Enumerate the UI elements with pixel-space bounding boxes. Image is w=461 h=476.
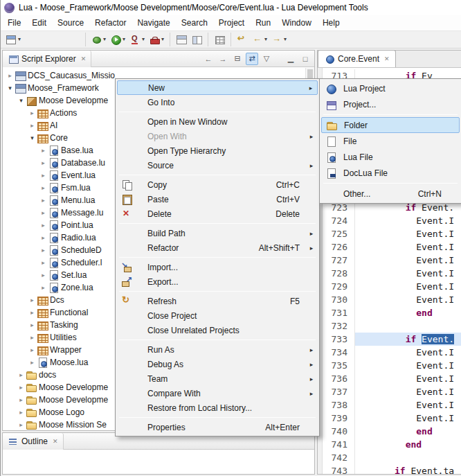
close-project-menu-item[interactable]: Close Project [117, 308, 318, 323]
expander-icon[interactable]: ▸ [28, 309, 37, 316]
team-menu-item[interactable]: Team▸ [117, 371, 318, 386]
open-perspective-button[interactable] [174, 32, 189, 47]
menubar-item-project[interactable]: Project [213, 16, 250, 30]
menubar-item-window[interactable]: Window [276, 16, 317, 30]
open-type-hierarchy-menu-item[interactable]: Open Type Hierarchy [117, 143, 318, 158]
go-into-menu-item[interactable]: Go Into [117, 95, 318, 109]
run-as-menu-item[interactable]: Run As▸ [117, 342, 318, 357]
expander-icon[interactable]: ▸ [39, 234, 48, 241]
paste-menu-item[interactable]: PasteCtrl+V [117, 192, 318, 206]
line-number: 737 [323, 385, 355, 398]
source-menu-item[interactable]: Source▸ [117, 158, 318, 173]
minimize-view-button[interactable]: ▁ [284, 53, 297, 65]
expander-icon[interactable]: ▸ [17, 421, 26, 428]
outline-tab[interactable]: Outline ✕ [3, 433, 64, 450]
forward-button[interactable]: ▾ [269, 32, 289, 47]
debug-button[interactable]: ▾ [89, 32, 108, 47]
menu-item-label: Open Type Hierarchy [147, 146, 300, 156]
menubar-item-navigate[interactable]: Navigate [132, 16, 175, 30]
close-icon[interactable]: ✕ [53, 438, 58, 445]
export-menu-item[interactable]: Export... [117, 274, 318, 289]
menubar-item-search[interactable]: Search [176, 16, 213, 30]
expander-icon[interactable]: ▸ [39, 172, 48, 179]
open-in-new-window-menu-item[interactable]: Open in New Window [117, 114, 318, 129]
expander-icon[interactable]: ▾ [17, 97, 26, 104]
expander-icon[interactable]: ▸ [28, 334, 37, 341]
expander-icon[interactable]: ▸ [39, 259, 48, 266]
import-menu-item[interactable]: Import... [117, 260, 318, 274]
lua-project-menu-item[interactable]: Lua Project [321, 80, 460, 96]
line-number: 731 [323, 306, 355, 319]
refactor-menu-item[interactable]: RefactorAlt+Shift+T▸ [117, 240, 318, 255]
new-button[interactable]: ▾ [3, 32, 23, 47]
expander-icon[interactable]: ▸ [28, 297, 37, 303]
expander-icon[interactable]: ▸ [28, 109, 37, 116]
run-button[interactable]: ▾ [108, 32, 127, 47]
expander-icon[interactable]: ▸ [39, 247, 48, 254]
coverage-button[interactable]: ▾ [127, 32, 147, 47]
lua-file-menu-item[interactable]: Lua File [321, 149, 460, 165]
view-menu-button[interactable]: ▽ [260, 53, 273, 65]
expander-icon[interactable]: ▸ [39, 272, 48, 279]
folder-menu-item[interactable]: Folder [321, 117, 460, 133]
close-icon[interactable]: ✕ [384, 55, 390, 62]
expander-icon[interactable]: ▸ [17, 371, 26, 378]
file-menu-item[interactable]: File [321, 133, 460, 149]
menubar-item-run[interactable]: Run [250, 16, 276, 30]
view-forward-button[interactable]: → [217, 53, 229, 65]
expander-icon[interactable]: ▸ [39, 209, 48, 216]
link-with-editor-button[interactable]: ⇄ [246, 53, 258, 65]
menubar-item-refactor[interactable]: Refactor [89, 16, 132, 30]
menubar-item-help[interactable]: Help [317, 16, 345, 30]
expander-icon[interactable]: ▸ [39, 284, 48, 291]
script-explorer-tab[interactable]: Script Explorer ✕ [3, 51, 91, 67]
delete-menu-item[interactable]: DeleteDelete [117, 206, 318, 221]
project-icon [15, 70, 26, 81]
expander-icon[interactable]: ▸ [28, 346, 37, 353]
menubar-item-edit[interactable]: Edit [26, 16, 52, 30]
refresh-menu-item[interactable]: RefreshF5 [117, 294, 318, 308]
expander-icon[interactable]: ▸ [39, 159, 48, 166]
new-menu-item[interactable]: New▸ [117, 80, 318, 95]
lua-file-icon [48, 145, 59, 156]
expander-icon[interactable]: ▸ [28, 359, 37, 366]
line-text: end [355, 306, 461, 319]
menubar-item-file[interactable]: File [2, 16, 26, 30]
external-tools-button[interactable]: ▾ [147, 32, 166, 47]
compare-with-menu-item[interactable]: Compare With▸ [117, 386, 318, 400]
menu-item-label: Close Unrelated Projects [147, 326, 300, 335]
view-back-button[interactable]: ← [202, 53, 215, 65]
expander-icon[interactable]: ▸ [39, 222, 48, 229]
annotations-button[interactable] [212, 32, 227, 47]
maximize-view-button[interactable]: □ [299, 53, 311, 65]
other-menu-item[interactable]: Other...Ctrl+N [321, 186, 460, 202]
back-button[interactable]: ▾ [250, 32, 269, 47]
expander-icon[interactable]: ▸ [28, 122, 37, 129]
close-unrelated-projects-menu-item[interactable]: Close Unrelated Projects [117, 323, 318, 337]
expander-icon[interactable]: ▸ [17, 396, 26, 403]
build-path-menu-item[interactable]: Build Path▸ [117, 226, 318, 240]
collapse-all-button[interactable]: ⊟ [231, 53, 244, 65]
menubar-item-source[interactable]: Source [52, 16, 89, 30]
tree-item-label: Moose Developme [37, 395, 108, 405]
expander-icon[interactable]: ▸ [39, 184, 48, 191]
code-token: Event.I [362, 229, 454, 239]
show-view-button[interactable] [189, 32, 204, 47]
expander-icon[interactable]: ▾ [28, 134, 37, 141]
expander-icon[interactable]: ▾ [6, 85, 15, 91]
close-icon[interactable]: ✕ [81, 55, 87, 62]
expander-icon[interactable]: ▸ [39, 197, 48, 204]
editor-tab-core-event[interactable]: Core.Event ✕ [318, 50, 396, 67]
expander-icon[interactable]: ▸ [28, 321, 37, 328]
expander-icon[interactable]: ▸ [17, 409, 26, 416]
project-menu-item[interactable]: Project... [321, 96, 460, 112]
last-edit-location-button[interactable] [235, 32, 250, 47]
properties-menu-item[interactable]: PropertiesAlt+Enter [117, 420, 318, 434]
expander-icon[interactable]: ▸ [17, 384, 26, 391]
expander-icon[interactable]: ▸ [6, 72, 15, 79]
copy-menu-item[interactable]: CopyCtrl+C [117, 177, 318, 192]
restore-from-local-history-menu-item[interactable]: Restore from Local History... [117, 400, 318, 415]
doclua-file-menu-item[interactable]: DocLua File [321, 165, 460, 181]
debug-as-menu-item[interactable]: Debug As▸ [117, 357, 318, 371]
expander-icon[interactable]: ▸ [39, 147, 48, 154]
